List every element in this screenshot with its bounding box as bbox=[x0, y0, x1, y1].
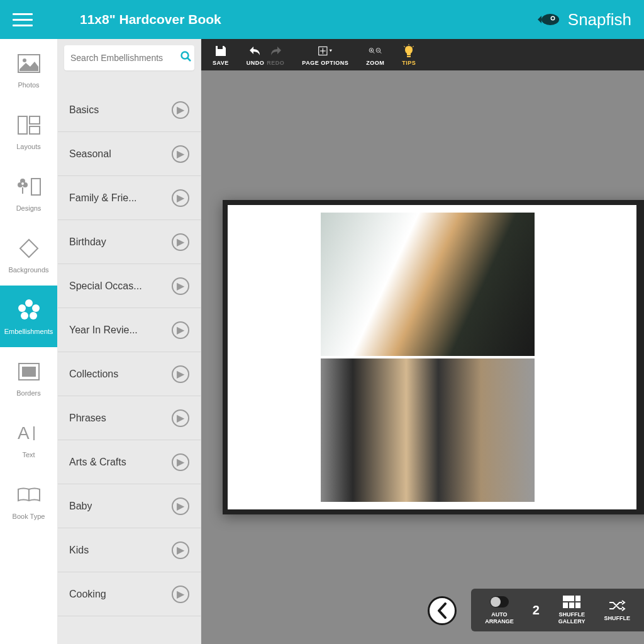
nav-designs[interactable]: Designs bbox=[0, 162, 57, 224]
category-kids[interactable]: Kids▶ bbox=[58, 528, 201, 572]
grid-icon bbox=[562, 595, 581, 609]
category-phrases[interactable]: Phrases▶ bbox=[58, 396, 201, 440]
category-seasonal[interactable]: Seasonal▶ bbox=[58, 132, 201, 176]
save-icon bbox=[214, 44, 228, 58]
fish-icon bbox=[535, 11, 563, 28]
shuffle-gallery-button[interactable]: SHUFFLEGALLERY bbox=[558, 595, 586, 625]
zoom-icon bbox=[369, 44, 382, 58]
category-birthday[interactable]: Birthday▶ bbox=[58, 220, 201, 264]
undo-button[interactable]: UNDO bbox=[247, 44, 265, 66]
category-family[interactable]: Family & Frie...▶ bbox=[58, 176, 201, 220]
designs-icon bbox=[16, 174, 42, 199]
svg-point-0 bbox=[541, 14, 559, 25]
brand-logo[interactable]: Snapfish bbox=[535, 10, 631, 30]
svg-line-39 bbox=[413, 46, 414, 47]
menu-icon[interactable] bbox=[13, 9, 33, 30]
book-icon bbox=[16, 482, 42, 508]
nav-borders[interactable]: Borders bbox=[0, 347, 57, 409]
brand-name: Snapfish bbox=[568, 10, 631, 30]
chevron-right-icon: ▶ bbox=[172, 409, 189, 427]
chevron-left-icon bbox=[436, 602, 448, 619]
category-arts[interactable]: Arts & Crafts▶ bbox=[58, 440, 201, 484]
chevron-right-icon: ▶ bbox=[172, 101, 189, 119]
zoom-button[interactable]: ZOOM bbox=[366, 44, 384, 66]
tool-rail: Photos Layouts Designs Backgrounds Embel… bbox=[0, 39, 58, 644]
svg-point-2 bbox=[552, 17, 554, 19]
svg-point-11 bbox=[21, 182, 24, 185]
search-input[interactable] bbox=[70, 53, 180, 63]
svg-rect-13 bbox=[31, 179, 40, 195]
chevron-right-icon: ▶ bbox=[172, 145, 189, 163]
layouts-icon bbox=[16, 113, 42, 138]
chevron-right-icon: ▶ bbox=[172, 277, 189, 295]
save-button[interactable]: SAVE bbox=[213, 44, 229, 66]
undo-icon bbox=[248, 44, 262, 58]
shuffle-icon bbox=[608, 599, 626, 613]
tips-button[interactable]: TIPS bbox=[402, 44, 416, 66]
page-photo-top[interactable] bbox=[321, 213, 535, 356]
search-icon[interactable] bbox=[180, 51, 192, 65]
svg-line-31 bbox=[372, 52, 374, 53]
category-special[interactable]: Special Occas...▶ bbox=[58, 264, 201, 308]
redo-button[interactable]: REDO bbox=[267, 44, 284, 66]
svg-rect-21 bbox=[22, 367, 36, 377]
book-spread[interactable] bbox=[223, 200, 644, 514]
category-collections[interactable]: Collections▶ bbox=[58, 352, 201, 396]
svg-rect-6 bbox=[30, 116, 40, 124]
svg-point-18 bbox=[30, 312, 37, 319]
svg-point-14 bbox=[25, 299, 33, 307]
book-page-left[interactable] bbox=[228, 205, 636, 509]
nav-layouts[interactable]: Layouts bbox=[0, 101, 57, 162]
auto-arrange-toggle[interactable]: AUTOARRANGE bbox=[485, 595, 514, 625]
canvas-area: SAVE UNDO REDO PAGE OPTIONS ZOOM bbox=[201, 39, 644, 644]
category-baby[interactable]: Baby▶ bbox=[58, 484, 201, 528]
svg-point-19 bbox=[26, 307, 32, 313]
chevron-right-icon: ▶ bbox=[172, 586, 189, 603]
shuffle-button[interactable]: SHUFFLE bbox=[604, 599, 631, 622]
toggle-icon bbox=[490, 596, 509, 608]
borders-icon bbox=[16, 359, 42, 384]
nav-text[interactable]: A Text bbox=[0, 409, 57, 470]
product-title: 11x8" Hardcover Book bbox=[80, 12, 535, 27]
search-input-wrap[interactable] bbox=[64, 45, 194, 70]
embellishments-icon bbox=[16, 297, 42, 323]
category-cooking[interactable]: Cooking▶ bbox=[58, 572, 201, 616]
svg-point-4 bbox=[23, 58, 26, 62]
page-photo-bottom[interactable] bbox=[321, 358, 535, 502]
chevron-right-icon: ▶ bbox=[172, 541, 189, 559]
redo-icon bbox=[269, 44, 282, 58]
backgrounds-icon bbox=[16, 236, 42, 261]
book-stage[interactable] bbox=[201, 70, 644, 644]
category-basics[interactable]: Basics▶ bbox=[58, 88, 201, 132]
app-header: 11x8" Hardcover Book Snapfish bbox=[0, 0, 644, 39]
svg-rect-12 bbox=[22, 187, 23, 194]
nav-backgrounds[interactable]: Backgrounds bbox=[0, 224, 57, 286]
svg-point-17 bbox=[21, 312, 28, 319]
nav-booktype[interactable]: Book Type bbox=[0, 470, 57, 532]
svg-rect-5 bbox=[18, 116, 27, 134]
chevron-right-icon: ▶ bbox=[172, 189, 189, 207]
chevron-right-icon: ▶ bbox=[172, 321, 189, 339]
text-icon: A bbox=[16, 421, 42, 446]
tips-icon bbox=[402, 44, 416, 58]
svg-point-16 bbox=[32, 304, 40, 312]
embellishments-panel: Basics▶ Seasonal▶ Family & Frie...▶ Birt… bbox=[58, 39, 201, 644]
editor-toolbar: SAVE UNDO REDO PAGE OPTIONS ZOOM bbox=[201, 39, 644, 70]
svg-line-38 bbox=[404, 46, 405, 47]
nav-embellishments[interactable]: Embellishments bbox=[0, 286, 57, 347]
chevron-right-icon: ▶ bbox=[172, 233, 189, 251]
nav-photos[interactable]: Photos bbox=[0, 39, 57, 101]
chevron-right-icon: ▶ bbox=[172, 453, 189, 471]
category-year[interactable]: Year In Revie...▶ bbox=[58, 308, 201, 352]
svg-point-15 bbox=[18, 304, 26, 312]
page-options-icon bbox=[318, 44, 332, 58]
svg-text:A: A bbox=[18, 424, 30, 443]
svg-line-26 bbox=[187, 58, 191, 61]
page-controls-bar: AUTOARRANGE 2 SHUFFLEGALLERY SHUFFLE bbox=[471, 589, 644, 631]
prev-page-button[interactable] bbox=[428, 596, 457, 625]
chevron-right-icon: ▶ bbox=[172, 365, 189, 383]
page-number: 2 bbox=[533, 603, 540, 618]
page-options-button[interactable]: PAGE OPTIONS bbox=[302, 44, 348, 66]
svg-rect-7 bbox=[30, 126, 40, 134]
photos-icon bbox=[16, 51, 42, 76]
